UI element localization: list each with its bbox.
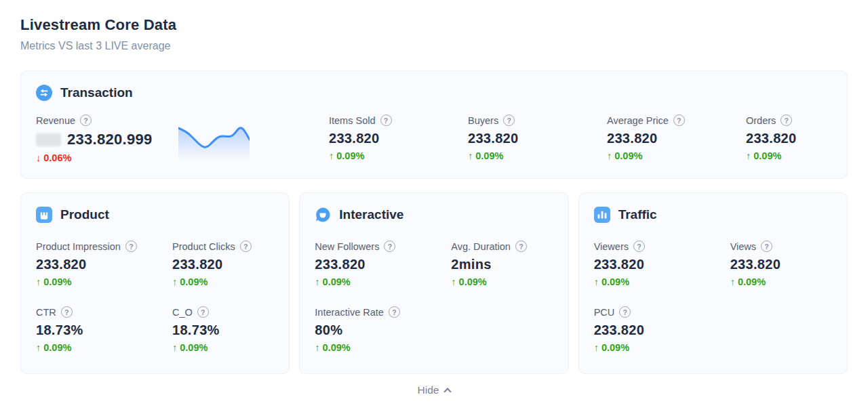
metric-new-followers: New Followers ? 233.820 ↑ 0.09% (315, 241, 451, 287)
metric-ctr: CTR ? 18.73% ↑ 0.09% (36, 306, 172, 353)
page-subtitle: Metrics VS last 3 LIVE average (20, 40, 848, 52)
traffic-card: Traffic Viewers ? 233.820 ↑ 0.09% Views … (578, 192, 848, 374)
metric-change: ↑ 0.09% (730, 276, 832, 287)
help-icon[interactable]: ? (384, 241, 395, 252)
help-icon[interactable]: ? (619, 306, 631, 318)
down-arrow-icon: ↓ (36, 152, 41, 163)
metric-pcu: PCU ? 233.820 ↑ 0.09% (594, 306, 730, 353)
up-arrow-icon: ↑ (730, 276, 735, 287)
metric-label: Interactive Rate (315, 307, 384, 318)
metric-label: Orders (746, 115, 776, 126)
metric-c-o: C_O ? 18.73% ↑ 0.09% (172, 306, 274, 353)
metric-change-value: 0.09% (43, 276, 71, 287)
metric-value: 233.820 (36, 257, 172, 272)
chat-bubble-icon (315, 207, 331, 223)
card-title-traffic: Traffic (618, 207, 657, 222)
metric-value: 233.820 (730, 257, 832, 272)
metric-value: 18.73% (172, 323, 274, 338)
help-icon[interactable]: ? (125, 241, 137, 252)
help-icon[interactable]: ? (673, 115, 685, 126)
up-arrow-icon: ↑ (36, 276, 41, 287)
metric-value: 233.820 (315, 257, 451, 272)
metric-avg-duration: Avg. Duration ? 2mins ↑ 0.09% (451, 241, 553, 287)
metric-viewers: Viewers ? 233.820 ↑ 0.09% (594, 241, 730, 287)
metric-items-sold: Items Sold ? 233.820 ↑ 0.09% (329, 115, 468, 161)
metric-value: 233.820 (746, 131, 832, 146)
metric-label: New Followers (315, 241, 379, 252)
metric-value: 233.820 (594, 257, 730, 272)
metric-value: 233.820 (172, 257, 274, 272)
metric-value: 233.820 (329, 131, 468, 146)
help-icon[interactable]: ? (80, 115, 92, 126)
shopping-bag-icon (36, 207, 52, 223)
metric-change-value: 0.09% (43, 342, 71, 353)
hide-button-label: Hide (418, 384, 439, 396)
metric-buyers: Buyers ? 233.820 ↑ 0.09% (468, 115, 607, 161)
up-arrow-icon: ↑ (594, 276, 599, 287)
metric-value: 18.73% (36, 323, 172, 338)
help-icon[interactable]: ? (515, 241, 527, 252)
up-arrow-icon: ↑ (746, 150, 751, 161)
transfer-arrows-icon (36, 85, 52, 101)
up-arrow-icon: ↑ (315, 276, 319, 287)
metric-value: 233.820.999 (67, 131, 153, 148)
metric-value: 233.820 (607, 131, 746, 146)
metric-product-impression: Product Impression ? 233.820 ↑ 0.09% (36, 241, 172, 287)
metric-change-value: 0.09% (614, 150, 642, 161)
metric-change: ↑ 0.09% (172, 342, 274, 353)
page-title: Livestream Core Data (20, 16, 848, 34)
metric-value: 2mins (451, 257, 553, 272)
help-icon[interactable]: ? (61, 306, 73, 318)
metric-change: ↑ 0.09% (36, 342, 172, 353)
metric-label: C_O (172, 307, 193, 318)
help-icon[interactable]: ? (240, 241, 252, 252)
help-icon[interactable]: ? (781, 115, 792, 126)
up-arrow-icon: ↑ (594, 342, 599, 353)
bar-chart-icon (594, 207, 610, 223)
hide-button[interactable]: Hide (20, 384, 848, 396)
revenue-sparkline-chart (178, 119, 250, 161)
transaction-card: Transaction Revenue ? 233.820.999 ↓ 0.06… (20, 70, 848, 179)
metric-change-value: 0.09% (323, 276, 351, 287)
metric-change: ↑ 0.09% (468, 150, 607, 161)
metric-change: ↑ 0.09% (594, 276, 730, 287)
chevron-up-icon (444, 388, 452, 395)
metric-change-value: 0.06% (43, 152, 71, 163)
metric-change-value: 0.09% (475, 150, 503, 161)
metric-average-price: Average Price ? 233.820 ↑ 0.09% (607, 115, 746, 161)
up-arrow-icon: ↑ (36, 342, 41, 353)
up-arrow-icon: ↑ (451, 276, 456, 287)
metric-label: Product Impression (36, 241, 121, 252)
metric-change: ↑ 0.09% (607, 150, 746, 161)
metric-label: CTR (36, 307, 56, 318)
metric-product-clicks: Product Clicks ? 233.820 ↑ 0.09% (172, 241, 274, 287)
metric-change-value: 0.09% (738, 276, 766, 287)
metric-revenue: Revenue ? 233.820.999 ↓ 0.06% (36, 115, 178, 163)
metric-label: Product Clicks (172, 241, 235, 252)
metric-change-value: 0.09% (323, 342, 351, 353)
help-icon[interactable]: ? (633, 241, 645, 252)
metric-value: 80% (315, 323, 451, 338)
help-icon[interactable]: ? (761, 241, 772, 252)
card-title-transaction: Transaction (60, 85, 133, 100)
card-title-interactive: Interactive (339, 207, 403, 222)
metric-change: ↑ 0.09% (594, 342, 730, 353)
metric-change: ↑ 0.09% (172, 276, 274, 287)
metric-value: 233.820 (594, 323, 730, 338)
metric-label: Viewers (594, 241, 629, 252)
up-arrow-icon: ↑ (468, 150, 473, 161)
metric-interactive-rate: Interactive Rate ? 80% ↑ 0.09% (315, 306, 451, 353)
help-icon[interactable]: ? (197, 306, 209, 318)
metric-change-value: 0.09% (180, 276, 208, 287)
help-icon[interactable]: ? (503, 115, 515, 126)
metric-change-value: 0.09% (601, 276, 629, 287)
help-icon[interactable]: ? (380, 115, 392, 126)
help-icon[interactable]: ? (389, 306, 400, 318)
metric-change-value: 0.09% (336, 150, 364, 161)
metric-change: ↑ 0.09% (315, 342, 451, 353)
metric-label: Buyers (468, 115, 498, 126)
metric-views: Views ? 233.820 ↑ 0.09% (730, 241, 832, 287)
up-arrow-icon: ↑ (172, 342, 177, 353)
metric-change: ↓ 0.06% (36, 152, 178, 163)
up-arrow-icon: ↑ (607, 150, 612, 161)
